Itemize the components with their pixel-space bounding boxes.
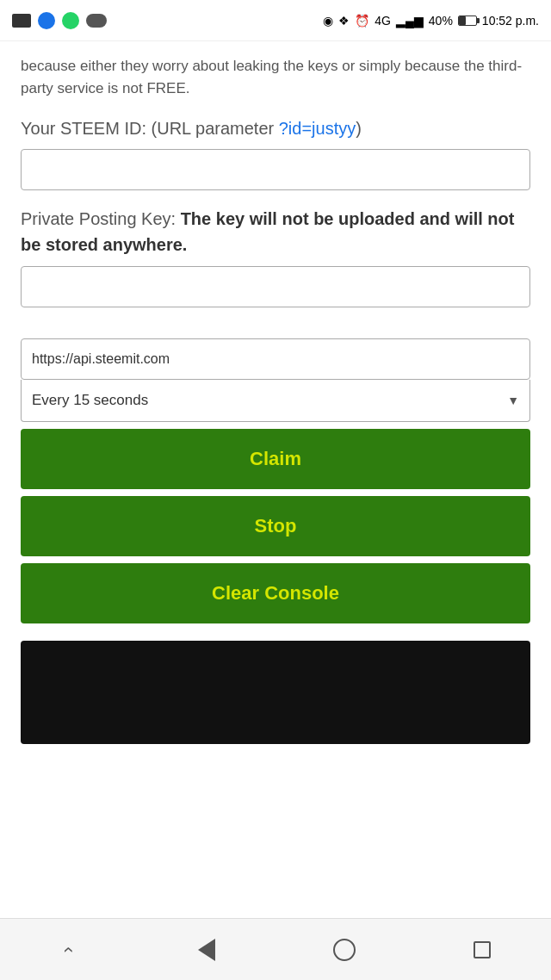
down-icon: ‹ [58,946,80,952]
nav-recent-button[interactable] [456,929,508,971]
bottom-nav: ‹ [0,918,551,980]
intro-text: because either they worry about leaking … [21,55,530,99]
cloud-icon [86,14,107,28]
globe-icon [38,12,55,29]
status-bar: ◉ ❖ ⏰ 4G ▂▄▆ 40% 10:52 p.m. [0,0,551,41]
time-display: 10:52 p.m. [482,14,539,28]
status-right-info: ◉ ❖ ⏰ 4G ▂▄▆ 40% 10:52 p.m. [323,14,539,28]
steem-id-input[interactable] [21,149,530,190]
nav-down-button[interactable]: ‹ [43,929,95,971]
posting-key-input[interactable] [21,266,530,307]
nav-home-button[interactable] [319,929,370,971]
youtube-icon [12,14,31,28]
interval-value: Every 15 seconds [32,392,148,409]
signal-bars: ▂▄▆ [396,14,424,28]
battery-percent: 40% [429,14,453,28]
steem-id-section: Your STEEM ID: (URL parameter ?id=justyy… [21,116,530,206]
recent-icon [474,941,491,958]
alarm-icon: ⏰ [355,14,369,28]
interval-select[interactable]: Every 15 seconds ▼ [21,380,530,422]
steem-id-link[interactable]: ?id=justyy [279,119,356,138]
api-url-input[interactable] [21,338,530,380]
nav-back-button[interactable] [181,929,232,971]
home-icon [333,939,356,961]
status-left-icons [12,12,107,29]
stop-button[interactable]: Stop [21,496,530,556]
battery-icon [458,16,477,26]
posting-key-section: Private Posting Key: The key will not be… [21,206,530,323]
api-section: Every 15 seconds ▼ [21,338,530,422]
chevron-down-icon: ▼ [507,394,519,407]
vibrate-icon: ❖ [338,14,350,28]
back-icon [198,939,215,961]
whatsapp-icon [62,12,79,29]
steem-id-label: Your STEEM ID: (URL parameter ?id=justyy… [21,116,530,140]
claim-button[interactable]: Claim [21,429,530,489]
network-4g: 4G [375,14,391,28]
console-output [21,641,530,744]
main-content: because either they worry about leaking … [0,41,551,918]
clear-console-button[interactable]: Clear Console [21,563,530,623]
posting-key-label: Private Posting Key: The key will not be… [21,206,530,257]
signal-icon: ◉ [323,14,333,28]
